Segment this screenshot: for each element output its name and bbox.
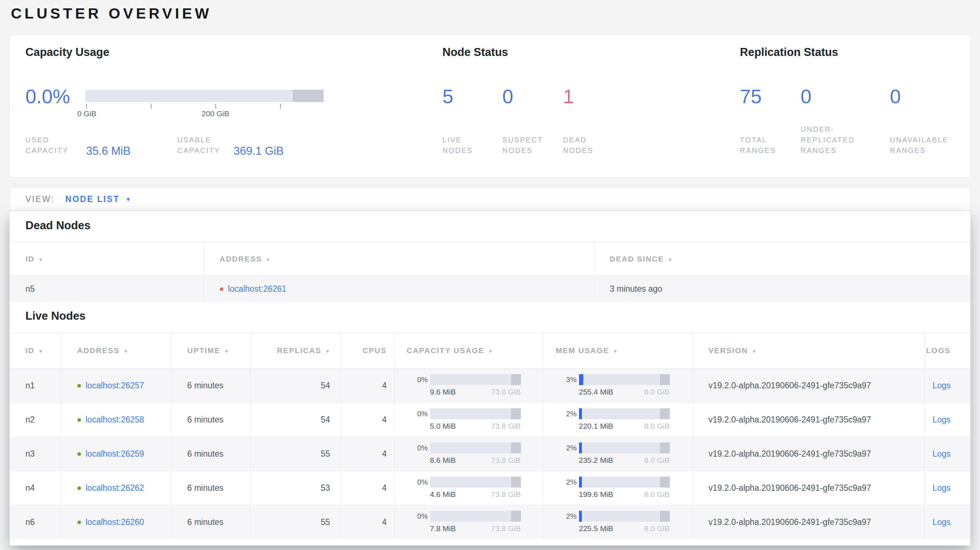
mem-used-value: 220.1 MiB [579, 422, 614, 431]
node-address-link[interactable]: localhost:26258 [86, 415, 144, 424]
col-header-address[interactable]: ADDRESS▼ [61, 333, 171, 368]
cpus-value: 4 [341, 471, 394, 505]
logs-link[interactable]: Logs [932, 381, 951, 390]
col-header-id[interactable]: ID▼ [10, 333, 61, 368]
dead-nodes-count: 1 [563, 86, 574, 107]
capacity-used-value: 5.0 MiB [430, 422, 456, 431]
col-header-uptime[interactable]: UPTIME▼ [171, 333, 250, 368]
cpus-value: 4 [341, 368, 394, 402]
replicas-value: 53 [250, 471, 341, 505]
live-node-row: n1 localhost:26257 6 minutes 54 4 0% [10, 368, 970, 402]
view-selector-dropdown[interactable]: NODE LIST ▼ [65, 194, 131, 204]
node-id: n4 [10, 471, 61, 505]
live-status-dot-icon [77, 521, 81, 524]
mem-bar [579, 511, 670, 522]
node-address-link[interactable]: localhost:26257 [86, 381, 144, 390]
replicas-value: 55 [250, 505, 341, 539]
capacity-used-value: 8.6 MiB [430, 456, 456, 465]
node-status-title: Node Status [442, 46, 508, 59]
cpus-value: 4 [341, 402, 394, 437]
dead-since-value: 3 minutes ago [594, 276, 970, 302]
mem-total-value: 8.0 GiB [644, 524, 670, 533]
sort-caret-icon: ▼ [224, 348, 229, 354]
uptime-value: 6 minutes [171, 437, 250, 471]
logs-link[interactable]: Logs [932, 483, 951, 493]
live-node-row: n4 localhost:26262 6 minutes 53 4 0% [10, 471, 970, 505]
capacity-bar-reserved [511, 409, 520, 419]
under-replicated-ranges-count: 0 [800, 86, 811, 107]
axis-tick [215, 104, 216, 109]
dead-nodes-heading: Dead Nodes [25, 219, 970, 232]
capacity-bar-reserved [511, 511, 520, 522]
mem-bar-fill [579, 409, 582, 419]
live-status-dot-icon [77, 452, 81, 456]
node-id: n3 [10, 437, 61, 471]
capacity-used-value: 4.6 MiB [430, 490, 456, 499]
capacity-bar-reserved [511, 477, 520, 488]
total-ranges-count: 75 [740, 86, 762, 107]
used-capacity-label: USEDCAPACITY [25, 135, 68, 156]
capacity-total-value: 73.8 GiB [491, 422, 521, 431]
col-header-dead-since[interactable]: DEAD SINCE▼ [594, 242, 970, 276]
mem-total-value: 8.0 GiB [644, 388, 670, 396]
version-value: v19.2.0-alpha.20190606-2491-gfe735c9a97 [693, 402, 924, 437]
replication-status-title: Replication Status [740, 46, 838, 59]
logs-link[interactable]: Logs [932, 449, 951, 458]
mem-total-value: 8.0 GiB [644, 456, 670, 465]
mem-percent: 2% [556, 478, 577, 486]
capacity-used-percent: 0.0% [25, 86, 70, 107]
suspect-nodes-label: SUSPECTNODES [502, 135, 543, 156]
col-header-id[interactable]: ID▼ [10, 242, 204, 276]
uptime-value: 6 minutes [171, 471, 250, 505]
col-header-address[interactable]: ADDRESS▼ [204, 242, 594, 276]
under-replicated-ranges-label: UNDER-REPLICATEDRANGES [800, 124, 855, 156]
capacity-percent: 0% [407, 444, 428, 452]
view-selected-value[interactable]: NODE LIST [65, 194, 120, 204]
mem-usage-meter: 2% 225.5 MiB 8.0 GiB [556, 511, 670, 533]
mem-total-value: 8.0 GiB [644, 490, 670, 499]
view-label: VIEW: [25, 194, 54, 204]
capacity-usage-meter: 0% 9.6 MiB 73.8 GiB [407, 374, 521, 396]
capacity-percent: 0% [407, 410, 428, 418]
capacity-usage-meter: 0% 7.8 MiB 73.8 GiB [407, 511, 521, 533]
node-address-link[interactable]: localhost:26259 [86, 449, 144, 458]
axis-tick-label: 0 GiB [77, 109, 97, 118]
capacity-bar [430, 374, 521, 385]
node-id: n5 [10, 276, 204, 302]
col-header-replicas[interactable]: REPLICAS▼ [250, 333, 341, 368]
dead-nodes-table: ID▼ ADDRESS▼ DEAD SINCE▼ n5 localhost:26… [10, 242, 970, 302]
axis-tick [280, 104, 281, 109]
sort-caret-icon: ▼ [123, 348, 128, 354]
capacity-usage-bar [85, 90, 324, 102]
capacity-bar [430, 477, 521, 488]
mem-total-value: 8.0 GiB [644, 422, 670, 431]
capacity-total-value: 73.8 GiB [491, 388, 521, 396]
capacity-bar [430, 511, 521, 522]
capacity-usage-meter: 0% 4.6 MiB 73.8 GiB [407, 477, 521, 499]
capacity-usage-title: Capacity Usage [25, 46, 109, 59]
cpus-value: 4 [341, 437, 394, 471]
logs-link[interactable]: Logs [932, 415, 951, 424]
node-address-link[interactable]: localhost:26260 [86, 517, 144, 527]
capacity-usage-meter: 0% 5.0 MiB 73.8 GiB [407, 409, 521, 431]
node-address-link[interactable]: localhost:26261 [228, 284, 286, 294]
uptime-value: 6 minutes [171, 402, 250, 437]
node-id: n1 [10, 368, 61, 402]
col-header-mem-usage[interactable]: MEM USAGE▼ [543, 333, 693, 368]
live-node-row: n6 localhost:26260 6 minutes 55 4 0% [10, 505, 970, 539]
sort-caret-icon: ▼ [613, 348, 618, 354]
col-header-version[interactable]: VERSION▼ [693, 333, 924, 368]
node-id: n2 [10, 402, 61, 437]
node-address-link[interactable]: localhost:26262 [86, 483, 144, 493]
col-header-capacity-usage[interactable]: CAPACITY USAGE▼ [394, 333, 543, 368]
mem-bar-fill [579, 442, 582, 453]
dead-nodes-header-row: ID▼ ADDRESS▼ DEAD SINCE▼ [10, 242, 970, 276]
mem-used-value: 235.2 MiB [579, 456, 614, 465]
live-node-row: n3 localhost:26259 6 minutes 55 4 0% [10, 437, 970, 471]
mem-percent: 2% [556, 410, 577, 418]
live-nodes-label: LIVENODES [442, 135, 473, 156]
cpus-value: 4 [341, 505, 394, 539]
mem-bar-fill [579, 511, 582, 522]
view-bar: VIEW: NODE LIST ▼ [10, 188, 970, 211]
logs-link[interactable]: Logs [932, 517, 951, 527]
